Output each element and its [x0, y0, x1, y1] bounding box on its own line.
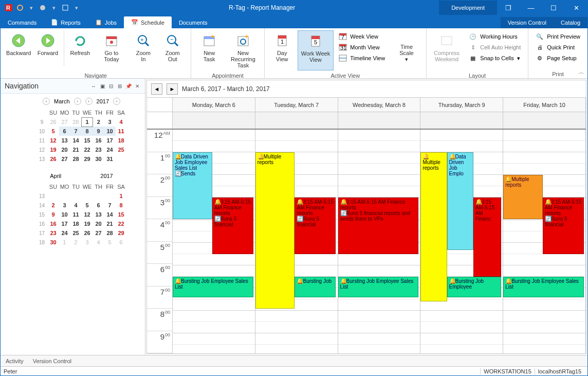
cal-day[interactable]: 30	[93, 154, 104, 164]
cal1-prev-month[interactable]: ‹	[43, 98, 50, 105]
calendar-event[interactable]: 🔔3:15 AM-5:15 AM Finance reports🔄Runs 5 …	[338, 198, 419, 254]
cal-day[interactable]: 7	[70, 127, 82, 136]
cal-day[interactable]: 22	[116, 219, 127, 228]
qat-refresh-icon[interactable]	[16, 4, 24, 12]
nav-tool-3-icon[interactable]: ⊟	[107, 82, 115, 89]
cal-day[interactable]: 26	[48, 154, 59, 164]
cal-day[interactable]	[48, 191, 59, 201]
cal-day[interactable]: 8	[116, 201, 127, 210]
nav-tool-1-icon[interactable]: ↔	[90, 82, 97, 89]
cal-day[interactable]	[116, 154, 127, 164]
cal-day[interactable]: 29	[82, 154, 93, 164]
allday-cell[interactable]	[255, 112, 338, 129]
cal-day[interactable]: 22	[82, 145, 93, 154]
allday-cell[interactable]	[420, 112, 503, 129]
tab-jobs[interactable]: 📋Jobs	[88, 16, 124, 28]
calendar-event[interactable]: 🔔3:15 AM-5:15 AM Finance reports🔄Runs 5 …	[543, 198, 584, 254]
cal-day[interactable]: 6	[59, 127, 70, 136]
document-tab[interactable]: Development	[439, 1, 497, 15]
cal-day[interactable]: 23	[93, 145, 104, 154]
cal-day[interactable]: 14	[70, 136, 82, 145]
cal-day[interactable]: 3	[82, 238, 93, 247]
day-view-button[interactable]: 1Day View	[268, 30, 297, 70]
cal-day[interactable]: 10	[104, 127, 116, 136]
rtag-icon[interactable]: R	[5, 4, 13, 12]
zoom-out-button[interactable]: −Zoom Out	[157, 30, 188, 70]
cal-day[interactable]: 13	[93, 210, 104, 219]
page-setup-button[interactable]: ⚙Page Setup	[534, 53, 582, 63]
new-recurring-task-button[interactable]: ✦New Recurring Task	[225, 30, 261, 70]
backward-button[interactable]: Backward	[4, 30, 34, 70]
nav-close-icon[interactable]: ✕	[134, 82, 141, 89]
cal-day[interactable]	[82, 191, 93, 201]
cal-day[interactable]: 3	[104, 117, 116, 127]
cal-day[interactable]: 28	[70, 154, 82, 164]
calendar-event[interactable]: 🔔3:15 AM-5:15 AM Financ	[473, 198, 501, 277]
time-scale-button[interactable]: Time Scale▾	[390, 30, 423, 70]
cal-day[interactable]: 27	[93, 228, 104, 238]
day-column[interactable]: 🔔Multiple reports🔔3:15 AM-5:15 AM Financ…	[503, 130, 586, 353]
minimize-button[interactable]: —	[520, 1, 542, 15]
cal-day[interactable]: 27	[59, 154, 70, 164]
cal-day[interactable]: 5	[104, 238, 116, 247]
nav-tool-2-icon[interactable]: ▣	[99, 82, 106, 89]
calendar-event[interactable]: 🔔Data Driven Job Employee Sales List🔄Sen…	[173, 152, 212, 219]
bottom-version[interactable]: Version Control	[33, 358, 71, 364]
timeline-view-button[interactable]: Timeline View	[337, 53, 387, 63]
cal1-next-month[interactable]: ›	[74, 98, 81, 105]
cal1-prev-year[interactable]: ‹	[85, 98, 93, 105]
day-column[interactable]: 🔔Multiple reports🔔3:15 AM-5:15 AM Financ…	[255, 130, 338, 353]
tab-commands[interactable]: Commands	[1, 17, 44, 28]
calendar-event[interactable]: 🔔Bursting Job	[295, 277, 336, 297]
cal-day[interactable]: 2	[48, 201, 59, 210]
cal-day[interactable]: 8	[82, 127, 93, 136]
cal-day[interactable]	[70, 191, 82, 201]
zoom-in-button[interactable]: +Zoom In	[130, 30, 156, 70]
cal-day[interactable]: 12	[48, 136, 59, 145]
cal-day[interactable]	[59, 191, 70, 201]
cal-day[interactable]: 29	[116, 228, 127, 238]
cal-day[interactable]: 12	[82, 210, 93, 219]
cal-day[interactable]: 23	[48, 228, 59, 238]
cal-day[interactable]: 19	[48, 145, 59, 154]
cal-day[interactable]: 25	[116, 145, 127, 154]
cal-day[interactable]: 15	[82, 136, 93, 145]
nav-tool-4-icon[interactable]: ⊞	[116, 82, 123, 89]
cal-day[interactable]: 1	[59, 238, 70, 247]
cal-day[interactable]: 25	[70, 228, 82, 238]
cal-day[interactable]: 13	[59, 136, 70, 145]
cal-day[interactable]: 17	[104, 136, 116, 145]
calendar-event[interactable]: 🔔Bursting Job Employee Sales List	[338, 277, 419, 297]
cal-day[interactable]: 19	[82, 219, 93, 228]
prev-week-button[interactable]: ◄	[151, 83, 162, 95]
cal-day[interactable]: 4	[116, 117, 127, 127]
restore-down-icon[interactable]: ❐	[497, 1, 520, 15]
cal-day[interactable]: 18	[70, 219, 82, 228]
cal-day[interactable]: 24	[104, 145, 116, 154]
cal-day[interactable]: 7	[104, 201, 116, 210]
calendar-event[interactable]: 🔔Bursting Job Employee Sales List	[503, 277, 584, 297]
cal-day[interactable]: 15	[116, 210, 127, 219]
cal-day[interactable]: 31	[104, 154, 116, 164]
cal-day[interactable]: 30	[48, 238, 59, 247]
cal-day[interactable]: 28	[70, 117, 82, 127]
cal-day[interactable]: 20	[93, 219, 104, 228]
close-button[interactable]: ✕	[565, 1, 587, 15]
cal-day[interactable]: 24	[59, 228, 70, 238]
cal-day[interactable]: 2	[70, 238, 82, 247]
tab-reports[interactable]: 📄Reports	[44, 16, 88, 28]
day-column[interactable]: 🔔3:15 AM-5:15 AM Finance reports🔄Runs 5 …	[338, 130, 421, 353]
cal-day[interactable]: 6	[93, 201, 104, 210]
cal-day[interactable]: 27	[59, 117, 70, 127]
next-week-button[interactable]: ►	[167, 83, 178, 95]
day-header[interactable]: Friday, March 10	[503, 98, 586, 112]
cal-day[interactable]: 4	[93, 238, 104, 247]
calendar-event[interactable]: 🔔3:15 AM-5:15 AM Finance reports🔄Runs 5 …	[295, 198, 336, 254]
calendar-event[interactable]: 🔔Multiple reports	[420, 152, 447, 301]
cal-day[interactable]: 20	[59, 145, 70, 154]
subtab-version-control[interactable]: Version Control	[501, 17, 554, 28]
cal-day[interactable]: 11	[70, 210, 82, 219]
calendar-event[interactable]: 🔔Bursting Job Employee Sales List	[173, 277, 253, 297]
cal-day[interactable]: 16	[93, 136, 104, 145]
cal-day[interactable]: 18	[116, 136, 127, 145]
